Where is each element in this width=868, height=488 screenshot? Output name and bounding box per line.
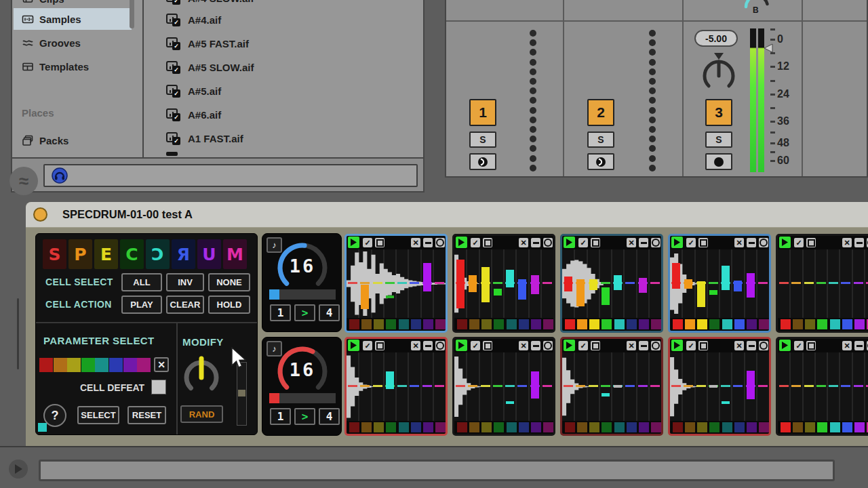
cell-parameter-swatch-2[interactable] bbox=[577, 319, 587, 329]
cell-play-button[interactable] bbox=[564, 237, 575, 248]
drum-cell-r1c4[interactable]: ✓✕ bbox=[668, 234, 771, 333]
volume-value[interactable]: -5.00 bbox=[694, 30, 738, 47]
close-icon[interactable]: ✕ bbox=[411, 341, 420, 350]
check-icon[interactable]: ✓ bbox=[363, 341, 372, 350]
band-value-bar[interactable] bbox=[747, 273, 755, 298]
check-icon[interactable]: ✓ bbox=[363, 238, 372, 247]
track-1-arm-button[interactable] bbox=[469, 153, 496, 170]
close-icon[interactable]: ✕ bbox=[734, 341, 744, 350]
cell-parameter-swatch-7[interactable] bbox=[423, 319, 433, 329]
modify-slider[interactable] bbox=[237, 362, 247, 426]
drum-cell-r2c4[interactable]: ✓✕ bbox=[668, 337, 771, 436]
spectral-band-area[interactable] bbox=[454, 249, 553, 318]
close-icon[interactable]: ✕ bbox=[734, 238, 744, 247]
cell-parameter-swatch-3[interactable] bbox=[374, 422, 384, 432]
cell-parameter-swatch-4[interactable] bbox=[601, 319, 612, 329]
band-value-bar[interactable] bbox=[423, 263, 431, 291]
file-list-item[interactable]: ✓A1 FAST.aif bbox=[155, 127, 423, 150]
cell-parameter-swatch-5[interactable] bbox=[507, 422, 517, 432]
cell-parameter-swatch-4[interactable] bbox=[494, 422, 504, 432]
cell-parameter-swatch-4[interactable] bbox=[601, 422, 612, 432]
step-bound-button-1[interactable]: 1 bbox=[270, 304, 291, 321]
minus-icon[interactable] bbox=[854, 341, 864, 350]
step-bound-button-1[interactable]: 1 bbox=[270, 408, 291, 425]
check-icon[interactable]: ✓ bbox=[686, 341, 696, 350]
cell-parameter-swatch-6[interactable] bbox=[627, 422, 637, 432]
cell-parameter-swatch-3[interactable] bbox=[589, 422, 599, 432]
file-list-item[interactable]: ✓A#4.aif bbox=[155, 8, 423, 31]
spectral-band-area[interactable] bbox=[562, 352, 661, 421]
band-value-bar[interactable] bbox=[386, 296, 394, 298]
drum-cell-r1c5[interactable]: ✓✕ bbox=[776, 234, 868, 333]
close-icon[interactable]: ✕ bbox=[842, 341, 852, 350]
headphone-icon[interactable] bbox=[52, 167, 68, 184]
cell-parameter-swatch-6[interactable] bbox=[734, 422, 745, 432]
cell-parameter-swatch-3[interactable] bbox=[805, 319, 815, 329]
cell-parameter-swatch-7[interactable] bbox=[639, 319, 649, 329]
track-3-arm-button[interactable] bbox=[705, 153, 732, 170]
track-2-number-button[interactable]: 2 bbox=[587, 99, 614, 126]
cell-play-button[interactable] bbox=[779, 340, 791, 351]
select-button[interactable]: SELECT bbox=[77, 406, 119, 424]
cell-parameter-swatch-4[interactable] bbox=[386, 319, 396, 329]
drum-cell-r1c1[interactable]: ✓✕ bbox=[344, 234, 448, 333]
minus-icon[interactable] bbox=[747, 238, 756, 247]
cell-parameter-swatch-8[interactable] bbox=[543, 422, 553, 432]
band-value-bar[interactable] bbox=[518, 279, 526, 300]
step-bound-button-4[interactable]: 4 bbox=[319, 408, 340, 425]
square-icon[interactable] bbox=[375, 341, 384, 350]
square-icon[interactable] bbox=[591, 238, 600, 247]
rand-button[interactable]: RAND bbox=[180, 405, 223, 423]
close-icon[interactable]: ✕ bbox=[842, 238, 852, 247]
track-1-number-button[interactable]: 1 bbox=[469, 99, 496, 126]
cell-parameter-swatch-2[interactable] bbox=[361, 422, 372, 432]
cell-play-button[interactable] bbox=[456, 340, 467, 351]
cell-parameter-swatch-7[interactable] bbox=[423, 422, 433, 432]
square-icon[interactable] bbox=[375, 238, 384, 247]
cell-parameter-swatch-8[interactable] bbox=[651, 422, 661, 432]
file-list-item[interactable]: ✓A#5 FAST.aif bbox=[155, 32, 423, 55]
parameter-swatch-7[interactable] bbox=[123, 358, 137, 372]
drum-cell-r2c5[interactable]: ✓✕ bbox=[776, 337, 868, 436]
cell-parameter-swatch-8[interactable] bbox=[543, 319, 553, 329]
meter-marker-icon[interactable] bbox=[764, 43, 773, 53]
cell-defeat-checkbox[interactable] bbox=[151, 380, 166, 394]
band-value-bar[interactable] bbox=[672, 263, 680, 289]
cell-action-button-clear[interactable]: CLEAR bbox=[166, 296, 204, 314]
record-icon[interactable] bbox=[759, 238, 768, 247]
minus-icon[interactable] bbox=[531, 238, 540, 247]
cell-parameter-swatch-8[interactable] bbox=[435, 319, 446, 329]
check-icon[interactable]: ✓ bbox=[794, 238, 804, 247]
step-direction-button[interactable]: > bbox=[294, 304, 315, 321]
cell-parameter-swatch-8[interactable] bbox=[435, 422, 446, 432]
modify-knob[interactable] bbox=[182, 354, 221, 396]
minus-icon[interactable] bbox=[747, 341, 756, 350]
cell-parameter-swatch-8[interactable] bbox=[759, 422, 769, 432]
cell-parameter-swatch-5[interactable] bbox=[399, 319, 409, 329]
pan-knob[interactable] bbox=[698, 49, 739, 96]
cell-parameter-swatch-8[interactable] bbox=[759, 319, 769, 329]
check-icon[interactable]: ✓ bbox=[578, 238, 588, 247]
file-list-item[interactable]: ✓A#5 SLOW.aif bbox=[155, 56, 423, 79]
record-icon[interactable] bbox=[651, 238, 660, 247]
check-icon[interactable]: ✓ bbox=[471, 341, 480, 350]
cell-parameter-swatch-1[interactable] bbox=[781, 422, 791, 432]
cell-action-button-play[interactable]: PLAY bbox=[121, 296, 162, 314]
check-icon[interactable]: ✓ bbox=[794, 341, 804, 350]
band-value-bar[interactable] bbox=[576, 279, 585, 306]
cell-parameter-swatch-6[interactable] bbox=[411, 422, 421, 432]
band-value-bar[interactable] bbox=[684, 279, 692, 289]
band-value-bar[interactable] bbox=[481, 267, 490, 302]
check-icon[interactable]: ✓ bbox=[686, 238, 696, 247]
device-activator-led[interactable] bbox=[33, 207, 47, 222]
cell-parameter-swatch-1[interactable] bbox=[349, 319, 359, 329]
band-value-bar[interactable] bbox=[531, 275, 539, 294]
cell-parameter-swatch-4[interactable] bbox=[709, 422, 719, 432]
minus-icon[interactable] bbox=[639, 341, 648, 350]
band-value-bar[interactable] bbox=[614, 275, 622, 290]
cell-parameter-swatch-6[interactable] bbox=[411, 319, 421, 329]
play-indicator[interactable] bbox=[9, 460, 28, 479]
cell-parameter-swatch-5[interactable] bbox=[507, 319, 517, 329]
cell-parameter-swatch-5[interactable] bbox=[722, 319, 732, 329]
record-icon[interactable] bbox=[651, 341, 660, 350]
